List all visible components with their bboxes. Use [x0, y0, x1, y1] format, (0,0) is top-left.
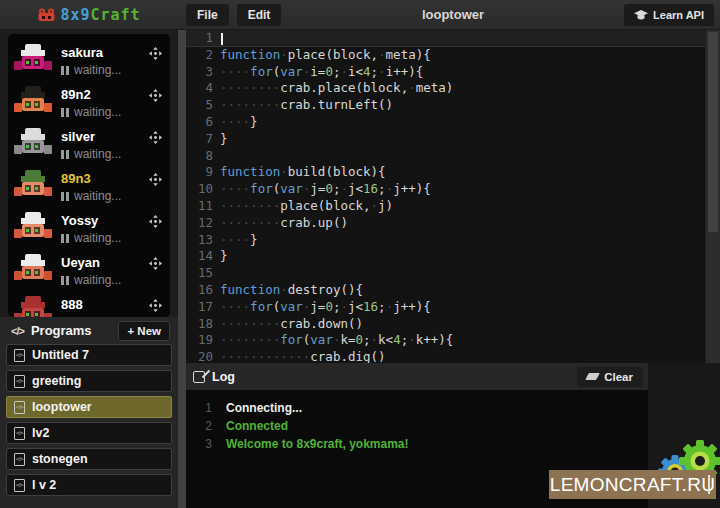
player-row[interactable]: Ueyan waiting... — [8, 252, 170, 294]
code-line[interactable]: 1 — [186, 30, 720, 47]
token-plain: crab.dig() — [310, 349, 385, 363]
learn-api-button[interactable]: Learn API — [624, 4, 714, 26]
token-keyword: var — [280, 64, 303, 79]
token-plain: j= — [310, 299, 325, 314]
token-keyword: var — [280, 181, 303, 196]
token-plain: ; — [363, 332, 371, 347]
clear-log-button[interactable]: Clear — [577, 367, 643, 387]
player-row[interactable]: 89n3 waiting... — [8, 168, 170, 210]
token-plain: } — [220, 248, 228, 263]
edit-menu-button[interactable]: Edit — [237, 4, 282, 26]
player-list: sakura waiting... 89n2 wai — [8, 34, 170, 317]
token-whitespace: ············ — [220, 349, 310, 363]
player-row[interactable]: 888 waiting... — [8, 294, 170, 317]
log-line-number: 3 — [186, 435, 226, 453]
token-plain: crab.turnLeft() — [280, 97, 393, 112]
code-line[interactable]: 4 ········crab.place(block,·meta) — [186, 80, 720, 97]
pause-icon — [61, 66, 69, 75]
program-item[interactable]: </> greeting — [6, 370, 172, 392]
program-item[interactable]: </> stonegen — [6, 448, 172, 470]
code-line[interactable]: 12 ········crab.up() — [186, 215, 720, 232]
code-line[interactable]: 17 ····for(var·j=0;·j<16;·j++){ — [186, 299, 720, 316]
player-avatar-icon — [14, 254, 52, 284]
player-status: waiting... — [61, 63, 121, 77]
file-menu-button[interactable]: File — [186, 4, 229, 26]
code-line[interactable]: 15 — [186, 265, 720, 282]
code-line[interactable]: 13 ····} — [186, 232, 720, 249]
player-name: sakura — [61, 45, 121, 60]
script-file-icon: </> — [14, 349, 25, 362]
editor-scrollbar-thumb[interactable] — [708, 32, 718, 232]
player-info: Ueyan waiting... — [61, 254, 121, 287]
token-whitespace: · — [340, 299, 348, 314]
token-whitespace: ········ — [220, 316, 280, 331]
program-item[interactable]: </> lv2 — [6, 422, 172, 444]
new-program-button[interactable]: + New — [118, 321, 170, 341]
token-plain: ; — [371, 64, 379, 79]
token-whitespace: · — [280, 282, 288, 297]
player-status-text: waiting... — [74, 231, 121, 245]
player-info: 888 waiting... — [61, 296, 121, 317]
code-line[interactable]: 3 ····for(var·i=0;·i<4;·i++){ — [186, 64, 720, 81]
locate-player-icon[interactable] — [149, 89, 162, 102]
code-line[interactable]: 18 ········crab.down() — [186, 316, 720, 333]
token-whitespace: ···· — [220, 299, 250, 314]
locate-player-icon[interactable] — [149, 299, 162, 312]
code-line[interactable]: 9 function·build(block){ — [186, 164, 720, 181]
player-status-text: waiting... — [74, 147, 121, 161]
locate-player-icon[interactable] — [149, 47, 162, 60]
token-plain: i< — [348, 64, 363, 79]
code-line[interactable]: 8 — [186, 148, 720, 165]
token-number: 0 — [356, 332, 364, 347]
pause-icon — [61, 234, 69, 243]
token-whitespace: · — [408, 80, 416, 95]
token-plain: ; — [378, 299, 386, 314]
player-name: Yossy — [61, 213, 121, 228]
code-line[interactable]: 11 ········place(block,·j) — [186, 198, 720, 215]
player-status-text: waiting... — [74, 273, 121, 287]
log-line-text: Connecting... — [226, 399, 302, 417]
editor-scrollbar[interactable] — [705, 30, 720, 363]
code-line[interactable]: 16 function·destroy(){ — [186, 282, 720, 299]
player-row[interactable]: sakura waiting... — [8, 42, 170, 84]
program-item[interactable]: </> Untitled 7 — [6, 344, 172, 366]
logo-part-2: Craft — [90, 6, 140, 24]
log-line-number: 1 — [186, 399, 226, 417]
code-text: function·build(block){ — [220, 164, 386, 181]
code-line[interactable]: 10 ····for(var·j=0;·j<16;·j++){ — [186, 181, 720, 198]
line-number: 4 — [186, 80, 220, 97]
player-row[interactable]: silver waiting... — [8, 126, 170, 168]
code-line[interactable]: 14 } — [186, 248, 720, 265]
locate-player-icon[interactable] — [149, 257, 162, 270]
player-avatar-icon — [14, 212, 52, 242]
code-editor[interactable]: 1 2 function·place(block,·meta){ 3 ····f… — [186, 30, 720, 363]
code-text: ········crab.turnLeft() — [220, 97, 393, 114]
sidebar-resize-handle[interactable] — [178, 30, 186, 508]
programs-panel: </> Programs + New </> Untitled 7 </> gr… — [0, 317, 178, 508]
token-plain: } — [220, 131, 228, 146]
log-line-text: Welcome to 8x9craft, yokmama! — [226, 435, 409, 453]
code-line[interactable]: 2 function·place(block,·meta){ — [186, 47, 720, 64]
code-line[interactable]: 5 ········crab.turnLeft() — [186, 97, 720, 114]
token-whitespace: ········ — [220, 332, 280, 347]
code-line[interactable]: 20 ············crab.dig() — [186, 349, 720, 363]
token-whitespace: · — [340, 181, 348, 196]
locate-player-icon[interactable] — [149, 215, 162, 228]
player-row[interactable]: Yossy waiting... — [8, 210, 170, 252]
token-whitespace: · — [371, 332, 379, 347]
graduation-cap-icon — [634, 10, 648, 21]
code-text: ········crab.down() — [220, 316, 363, 333]
program-item[interactable]: </> l v 2 — [6, 474, 172, 496]
code-line[interactable]: 19 ········for(var·k=0;·k<4;·k++){ — [186, 332, 720, 349]
token-plain: k= — [340, 332, 355, 347]
watermark-tick — [708, 475, 710, 494]
code-line[interactable]: 6 ····} — [186, 114, 720, 131]
locate-player-icon[interactable] — [149, 131, 162, 144]
token-plain: j) — [378, 198, 393, 213]
player-row[interactable]: 89n2 waiting... — [8, 84, 170, 126]
pause-icon — [61, 150, 69, 159]
locate-player-icon[interactable] — [149, 173, 162, 186]
program-item[interactable]: </> looptower — [6, 396, 172, 418]
line-number: 19 — [186, 332, 220, 349]
code-line[interactable]: 7 } — [186, 131, 720, 148]
